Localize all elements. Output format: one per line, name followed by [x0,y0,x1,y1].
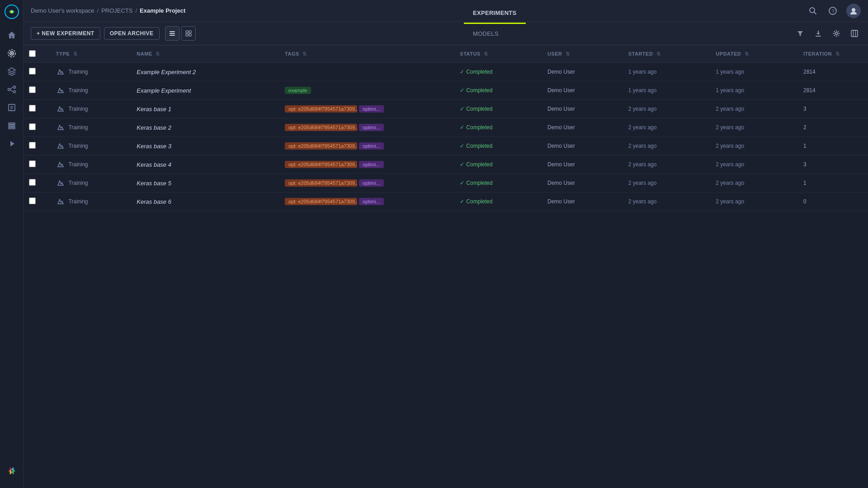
tab-experiments[interactable]: EXPERIMENTS [464,3,525,24]
row-checkbox-cell [24,100,51,118]
started-cell: 2 years ago [623,118,711,137]
svg-rect-20 [170,31,175,32]
breadcrumb-projects[interactable]: PROJECTS [101,7,132,14]
tags-sort-icon: ⇅ [302,51,307,56]
filter-icon[interactable] [794,27,807,40]
col-header-tags[interactable]: TAGS ⇅ [279,46,454,63]
sidebar-item-reports[interactable] [4,99,20,116]
sidebar-item-layers[interactable] [4,63,20,80]
search-icon[interactable] [807,5,819,17]
tag[interactable]: opt: e205d684f7954571a7309... [285,142,357,150]
logo[interactable] [4,4,20,20]
open-archive-button[interactable]: OPEN ARCHIVE [104,27,160,40]
sidebar-item-datasets[interactable] [4,117,20,134]
col-header-iteration[interactable]: ITERATION ⇅ [798,46,868,63]
svg-rect-14 [9,127,15,129]
col-header-name[interactable]: NAME ⇅ [131,46,279,63]
grid-view-button[interactable] [181,26,196,41]
type-cell: Training [51,174,132,192]
row-checkbox-cell [24,155,51,174]
col-header-status[interactable]: STATUS ⇅ [454,46,542,63]
select-all-checkbox[interactable] [29,50,36,57]
tag[interactable]: opt: e205d684f7954571a7309... [285,105,357,113]
tag[interactable]: opt: e205d684f7954571a7309... [285,124,357,131]
training-icon [56,160,65,169]
experiment-name[interactable]: Example Experiment 2 [137,69,196,75]
experiment-name[interactable]: Keras base 6 [137,198,171,205]
tag[interactable]: optimi... [359,161,384,168]
experiment-name[interactable]: Keras base 5 [137,180,171,187]
experiment-name[interactable]: Keras base 3 [137,143,171,150]
tag[interactable]: optimi... [359,198,384,205]
tag[interactable]: optimi... [359,124,384,131]
tab-overview[interactable]: OVERVIEW [464,0,525,3]
tag[interactable]: optimi... [359,179,384,187]
updated-cell: 1 years ago [710,63,798,81]
breadcrumb-workspace[interactable]: Demo User's workspace [31,7,94,14]
sidebar-item-home[interactable] [4,27,20,43]
iteration-cell: 3 [798,100,868,118]
tags-cell: opt: e205d684f7954571a7309...optimi... [279,118,454,137]
row-checkbox-cell [24,118,51,137]
sidebar-item-slack[interactable] [4,463,20,479]
row-checkbox[interactable] [29,68,36,75]
row-checkbox[interactable] [29,179,36,186]
columns-icon[interactable] [848,27,861,40]
name-cell: Keras base 2 [131,118,279,137]
col-header-user[interactable]: USER ⇅ [542,46,623,63]
row-checkbox[interactable] [29,123,36,130]
col-header-check[interactable] [24,46,51,63]
tag[interactable]: optimi... [359,142,384,150]
svg-rect-8 [9,104,15,111]
sidebar-item-ai[interactable] [4,45,20,61]
row-checkbox[interactable] [29,142,36,149]
type-sort-icon: ⇅ [73,51,78,56]
experiment-name[interactable]: Keras base 2 [137,124,171,131]
row-checkbox[interactable] [29,105,36,112]
table-row: Training Example Experiment example ✓ Co… [24,81,868,100]
sidebar-item-applications[interactable] [4,136,20,152]
row-checkbox[interactable] [29,197,36,204]
tags-cell [279,63,454,81]
type-cell: Training [51,155,132,174]
tag[interactable]: optimi... [359,105,384,113]
status-cell: ✓ Completed [454,174,542,192]
user-cell: Demo User [542,174,623,192]
list-view-button[interactable] [165,26,179,41]
svg-point-5 [8,89,10,91]
iteration-cell: 2 [798,118,868,137]
training-icon [56,178,65,188]
status-label: Completed [466,198,492,205]
type-label: Training [69,87,88,94]
user-avatar[interactable] [846,4,861,18]
download-icon[interactable] [812,27,825,40]
experiment-name[interactable]: Example Experiment [137,87,191,94]
col-header-updated[interactable]: UPDATED ⇅ [710,46,798,63]
tab-models[interactable]: MODELS [464,24,525,45]
status-check-icon: ✓ [460,161,464,168]
svg-text:?: ? [832,8,835,14]
topbar-right: ? [807,4,861,18]
breadcrumb-sep2: / [135,7,137,14]
col-header-type[interactable]: TYPE ⇅ [51,46,132,63]
updated-cell: 2 years ago [710,174,798,192]
tag[interactable]: opt: e205d684f7954571a7309... [285,179,357,187]
name-cell: Keras base 5 [131,174,279,192]
row-checkbox[interactable] [29,86,36,93]
help-icon[interactable]: ? [826,5,839,17]
settings-icon[interactable] [830,27,843,40]
status-check-icon: ✓ [460,87,464,94]
started-cell: 2 years ago [623,100,711,118]
experiment-name[interactable]: Keras base 4 [137,161,171,168]
experiment-name[interactable]: Keras base 1 [137,106,171,113]
tag[interactable]: opt: e205d684f7954571a7309... [285,161,357,168]
tag[interactable]: opt: e205d684f7954571a7309... [285,198,357,205]
sidebar-item-pipelines[interactable] [4,81,20,98]
col-header-started[interactable]: STARTED ⇅ [623,46,711,63]
new-experiment-button[interactable]: + NEW EXPERIMENT [31,27,100,40]
user-cell: Demo User [542,137,623,155]
svg-point-35 [59,125,60,127]
svg-rect-26 [189,34,191,36]
tag[interactable]: example [285,87,311,94]
row-checkbox[interactable] [29,160,36,167]
